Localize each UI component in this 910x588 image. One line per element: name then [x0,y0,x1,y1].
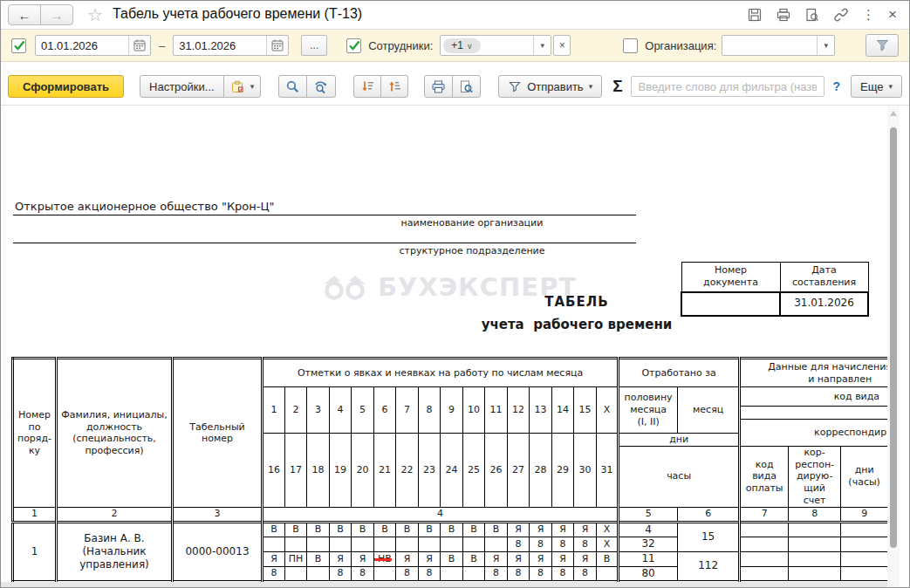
save-icon[interactable] [747,7,763,23]
print-group [424,75,481,98]
send-button[interactable]: Отправить ▾ [498,75,602,98]
month-hours: 112 [678,551,740,581]
timesheet-table-wrap: Номер по поряд- ку Фамилия, инициалы, до… [11,357,888,583]
employee-row-marks-1: 1 Базин А. В. (Начальник управления) 000… [13,522,889,537]
h-hours-label: часы [619,446,740,507]
date-to-calendar-button[interactable] [266,36,288,55]
date-from-calendar-button[interactable] [128,36,150,55]
period-dash: – [159,39,165,52]
more-button[interactable]: Еще ▾ [851,75,902,98]
sort-descending-button[interactable] [353,75,381,98]
print-icon[interactable] [776,7,791,23]
employees-checkbox[interactable] [346,38,361,53]
generate-button[interactable]: Сформировать [8,75,124,98]
quick-filter-input[interactable] [631,76,825,97]
title-bar: ← → ☆ Табель учета рабочего времени (Т-1… [1,1,909,30]
half2-days: 11 [619,551,678,566]
column-numbers-row: 1 2 3 4 5 6 7 8 9 [13,507,889,522]
h-worked: Отработано за [619,359,740,387]
print-preview-button[interactable] [452,75,481,98]
document-bottom-strip [1,582,887,588]
h-pay: Данные для начисления зар и направлен [740,359,888,387]
employees-combo[interactable]: +1∨ ▾ [440,35,551,56]
calendar-icon [270,38,284,52]
period-checkbox[interactable] [11,38,26,53]
row-number: 1 [13,522,57,581]
filter-settings-button[interactable] [866,34,899,57]
sort-ascending-icon [387,79,401,93]
date-from-field [35,35,151,56]
employee-name: Базин А. В. (Начальник управления) [57,522,173,581]
app-window: ← → ☆ Табель учета рабочего времени (Т-1… [0,0,910,588]
more-menu-icon[interactable]: ⋮ [862,7,875,23]
print-preview-icon[interactable] [804,7,820,23]
search-next-button[interactable] [306,75,336,98]
h-pay-corr: корреспондир [740,420,888,447]
report-variant-icon [230,79,245,94]
organization-checkbox[interactable] [623,38,638,53]
date-from-input[interactable] [36,36,128,55]
employee-tab-number: 0000-00013 [173,522,263,581]
search-repeat-icon [313,79,329,94]
h-days-label: дни [619,434,740,447]
vertical-scrollbar[interactable] [887,106,900,588]
caret-down-icon: ▾ [888,82,893,91]
doc-date-header: Дата составления [780,263,868,292]
forward-arrow-icon: → [51,8,64,23]
link-icon[interactable] [833,7,849,23]
help-button[interactable]: ? [832,79,840,93]
report-document: Открытое акционерное общество "Крон-Ц" н… [1,106,888,588]
checkmark-icon [347,38,361,52]
back-button[interactable]: ← [8,4,41,25]
send-funnel-icon [508,80,522,93]
funnel-icon [875,38,890,52]
settings-group: Настройки... ▾ [140,75,261,98]
window-actions: ⋮ × [747,7,897,23]
period-more-button[interactable]: ... [301,35,327,56]
sort-ascending-button[interactable] [380,75,408,98]
employees-tag[interactable]: +1∨ [443,38,480,53]
month-days: 15 [678,522,740,551]
h-month: месяц [678,387,740,434]
header-row-sections: Номер по поряд- ку Фамилия, инициалы, до… [13,359,889,387]
organization-combo[interactable]: ▾ [722,35,835,56]
calendar-icon [133,38,147,52]
h-col8: кор- респон- дирую- щий счет [789,446,841,507]
h-days: Отметки о явках и неявках на работу по ч… [263,359,619,387]
nav-buttons: ← → [8,4,73,25]
scrollbar-thumb[interactable] [890,127,897,548]
favorite-star-icon[interactable]: ☆ [87,4,103,25]
sum-button[interactable]: Σ [612,77,622,96]
scroll-up-icon[interactable] [890,111,897,116]
employees-dropdown-button[interactable]: ▾ [533,36,551,55]
checkmark-icon [12,38,26,52]
settings-button[interactable]: Настройки... [140,75,224,98]
printer-icon [431,79,446,94]
close-icon[interactable]: × [888,7,897,23]
report-variants-button[interactable]: ▾ [223,75,262,98]
half1-hours: 32 [619,537,678,551]
page-title: Табель учета рабочего времени (Т-13) [113,6,362,22]
employees-clear-button[interactable]: × [553,35,571,56]
organization-label: Организация: [645,39,716,52]
half2-hours: 80 [619,566,678,581]
date-to-field [173,35,289,56]
h-col2: Фамилия, инициалы, должность (специально… [57,359,173,508]
report-toolbar: Сформировать Настройки... ▾ [1,62,909,106]
caret-down-icon: ▾ [250,82,255,91]
date-to-input[interactable] [174,36,266,55]
tag-label: +1 [451,39,463,51]
back-arrow-icon: ← [18,8,31,23]
sort-descending-icon [360,79,374,93]
sort-group [353,75,408,98]
organization-dropdown-button[interactable]: ▾ [817,36,834,55]
preview-icon [459,79,474,94]
h-col7: код вида оплаты [740,446,789,507]
search-button[interactable] [278,75,307,98]
forward-button[interactable]: → [40,4,73,25]
print-button[interactable] [424,75,453,98]
caret-down-icon: ▾ [824,41,829,50]
doc-title-line2: учета рабочего времени [350,317,804,332]
h-col1: Номер по поряд- ку [13,359,57,508]
chevron-down-icon: ∨ [467,42,473,51]
